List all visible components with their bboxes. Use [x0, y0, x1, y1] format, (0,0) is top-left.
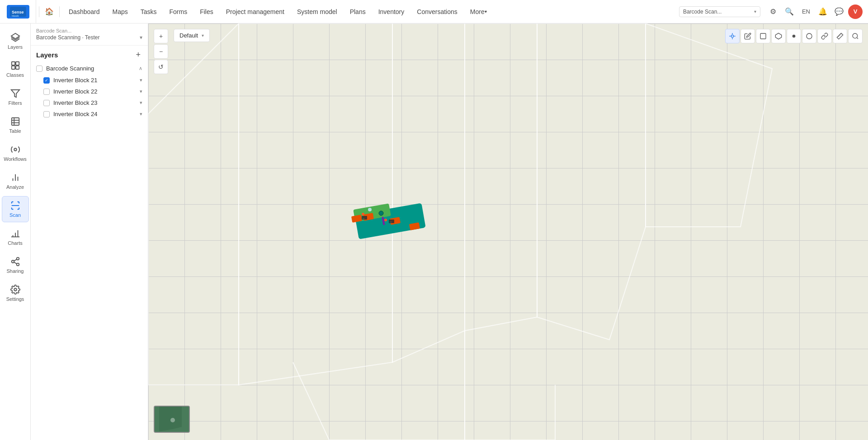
nav-sep-2	[59, 6, 60, 17]
mini-map[interactable]	[154, 406, 190, 433]
ruler-tool-button[interactable]	[833, 29, 847, 43]
chat-icon-btn[interactable]: 💬	[832, 5, 846, 19]
inverter-block-23-chevron-icon[interactable]: ▾	[140, 100, 142, 106]
filters-label: Filters	[9, 100, 22, 106]
link-icon	[821, 33, 828, 40]
inverter-block-23-checkbox[interactable]	[43, 100, 50, 106]
link-tool-button[interactable]	[817, 29, 832, 43]
sidebar-item-scan[interactable]: Scan	[2, 196, 29, 222]
ruler-icon	[836, 33, 844, 40]
user-avatar[interactable]: V	[848, 5, 863, 19]
svg-marker-30	[465, 23, 537, 331]
circle-icon	[806, 33, 813, 40]
barcode-scanning-header[interactable]: Barcode Scanning ∧	[34, 62, 144, 75]
home-icon[interactable]: 🏠	[42, 7, 57, 16]
inverter-block-21-checkbox[interactable]: ✓	[43, 77, 50, 84]
layer-item-inverter-block-21[interactable]: ✓ Inverter Block 21 ▾	[34, 75, 144, 86]
nav-forms[interactable]: Forms	[163, 0, 194, 23]
sidebar-item-charts[interactable]: Charts	[2, 224, 29, 250]
svg-text:···: ···	[363, 217, 364, 220]
map-toolbar-right	[725, 29, 863, 43]
svg-marker-8	[11, 90, 19, 98]
zoom-out-button[interactable]: −	[154, 44, 168, 59]
svg-point-52	[368, 208, 372, 211]
search-icon-btn[interactable]: 🔍	[782, 5, 797, 19]
nav-tasks[interactable]: Tasks	[134, 0, 163, 23]
nav-project-management[interactable]: Project management	[220, 0, 291, 23]
nav-more[interactable]: More	[464, 0, 493, 23]
workflows-label: Workflows	[4, 156, 27, 162]
polygon-icon	[775, 33, 782, 40]
layer-item-inverter-block-24[interactable]: Inverter Block 24 ▾	[34, 108, 144, 120]
layer-item-inverter-block-22[interactable]: Inverter Block 22 ▾	[34, 86, 144, 97]
nav-files[interactable]: Files	[193, 0, 220, 23]
svg-point-43	[853, 33, 858, 38]
reset-button[interactable]: ↺	[154, 60, 168, 74]
inverter-block-21-chevron-icon[interactable]: ▾	[140, 77, 142, 83]
inverter-block-21-name: Inverter Block 21	[53, 77, 98, 84]
inverter-block-24-name: Inverter Block 24	[53, 111, 98, 117]
nav-plans[interactable]: Plans	[344, 0, 372, 23]
charts-label: Charts	[8, 240, 22, 246]
zoom-in-button[interactable]: +	[154, 29, 168, 43]
sidebar-item-settings[interactable]: Settings	[2, 280, 29, 306]
rect-icon	[760, 33, 767, 40]
polygon-tool-button[interactable]	[771, 29, 786, 43]
sidebar-item-layers[interactable]: Layers	[2, 28, 29, 54]
nav-conversations[interactable]: Conversations	[410, 0, 464, 23]
circle-tool-button[interactable]	[802, 29, 816, 43]
nav-search-dropdown[interactable]: Barcode Scan... ▾	[679, 6, 760, 17]
sidebar-item-classes[interactable]: Classes	[2, 56, 29, 82]
asset-cluster-svg: ··· ···	[343, 191, 433, 249]
svg-point-55	[384, 219, 387, 221]
svg-marker-62	[173, 407, 182, 429]
layers-add-button[interactable]: +	[134, 50, 142, 60]
nav-right-controls: Barcode Scan... ▾ ⚙ 🔍 EN 🔔 💬 V	[679, 5, 868, 19]
logo[interactable]: Sense Hawk	[0, 0, 36, 23]
pencil-tool-button[interactable]	[741, 29, 755, 43]
barcode-scanning-label-row: Barcode Scanning	[36, 65, 94, 72]
layers-icon	[10, 33, 20, 42]
inverter-block-22-left: Inverter Block 22	[43, 88, 98, 95]
settings-icon-btn[interactable]: ⚙	[766, 5, 780, 19]
nav-system-model[interactable]: System model	[291, 0, 344, 23]
layers-panel: Barcode Scan... Barcode Scanning · Teste…	[31, 23, 148, 440]
mini-map-svg	[155, 407, 190, 433]
inverter-block-22-chevron-icon[interactable]: ▾	[140, 89, 142, 94]
location-icon	[729, 33, 736, 40]
classes-label: Classes	[6, 72, 24, 78]
location-tool-button[interactable]	[725, 29, 740, 43]
settings-icon	[10, 285, 20, 295]
pencil-icon	[744, 33, 751, 40]
inverter-block-22-checkbox[interactable]	[43, 89, 50, 95]
logo-image: Sense Hawk	[7, 5, 29, 19]
charts-icon	[10, 229, 20, 239]
map-default-dropdown[interactable]: Default ▾	[174, 29, 210, 42]
sharing-label: Sharing	[7, 268, 24, 274]
point-tool-button[interactable]	[787, 29, 801, 43]
inverter-block-24-chevron-icon[interactable]: ▾	[140, 111, 142, 117]
barcode-scanning-chevron-icon[interactable]: ∧	[139, 66, 142, 71]
dropdown-arrow-icon: ▾	[202, 33, 204, 38]
nav-inventory[interactable]: Inventory	[372, 0, 411, 23]
map-area[interactable]: + − ↺ Default ▾	[148, 23, 868, 440]
nav-maps[interactable]: Maps	[106, 0, 134, 23]
layer-item-inverter-block-23[interactable]: Inverter Block 23 ▾	[34, 97, 144, 108]
notifications-icon-btn[interactable]: 🔔	[816, 5, 830, 19]
breadcrumb-sub: Barcode Scanning · Tester ▾	[36, 34, 142, 41]
breadcrumb-chevron-icon[interactable]: ▾	[140, 34, 142, 41]
rect-tool-button[interactable]	[756, 29, 770, 43]
svg-text:Hawk: Hawk	[12, 14, 19, 17]
sidebar-item-workflows[interactable]: Workflows	[2, 140, 29, 166]
barcode-scanning-checkbox[interactable]	[36, 66, 42, 72]
language-selector[interactable]: EN	[798, 6, 814, 17]
inverter-block-24-checkbox[interactable]	[43, 111, 50, 117]
sidebar-item-analyze[interactable]: Analyze	[2, 168, 29, 194]
sidebar-item-filters[interactable]: Filters	[2, 84, 29, 110]
sidebar-item-table[interactable]: Table	[2, 112, 29, 138]
svg-rect-9	[11, 118, 19, 126]
svg-point-13	[14, 148, 17, 151]
map-search-button[interactable]	[848, 29, 863, 43]
nav-dashboard[interactable]: Dashboard	[62, 0, 106, 23]
sidebar-item-sharing[interactable]: Sharing	[2, 252, 29, 278]
